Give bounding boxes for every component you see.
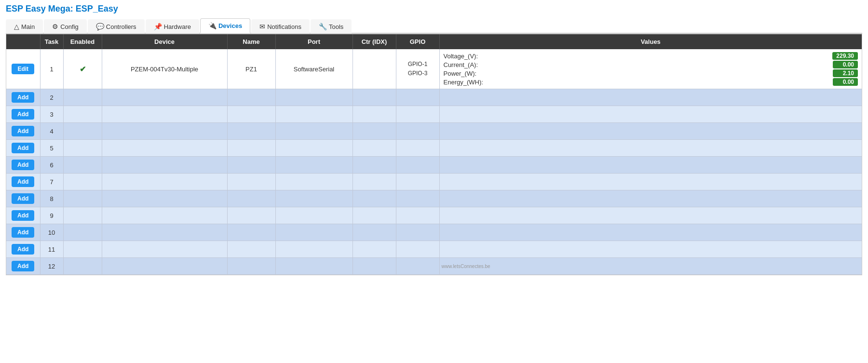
main-icon: △ (14, 23, 19, 30)
table-row: Add 10 (6, 224, 862, 241)
row1-gpio-cell: GPIO-1GPIO-3 (396, 49, 439, 89)
table-row: Add 4 (6, 123, 862, 140)
nav-item-main[interactable]: △ Main (6, 19, 43, 33)
add-button-11[interactable]: Add (12, 244, 34, 255)
value-row-voltage: Voltage_(V): 229.30 (444, 52, 858, 60)
add-button-9[interactable]: Add (12, 210, 34, 221)
nav-label-config: Config (60, 23, 79, 30)
nav-label-notifications: Notifications (267, 23, 301, 30)
navigation: △ Main ⚙ Config 💬 Controllers 📌 Hardware… (6, 18, 862, 34)
current-label: Current_(A): (444, 61, 478, 68)
row1-port-cell: SoftwareSerial (275, 49, 353, 89)
nav-item-tools[interactable]: 🔧 Tools (311, 19, 352, 33)
current-value: 0.00 (833, 61, 858, 68)
power-label: Power_(W): (444, 70, 477, 77)
power-value: 2.10 (833, 69, 858, 77)
table-row: Add 6 (6, 157, 862, 174)
value-row-current: Current_(A): 0.00 (444, 61, 858, 68)
row1-name-cell: PZ1 (227, 49, 275, 89)
add-button-4[interactable]: Add (12, 126, 34, 136)
voltage-value: 229.30 (832, 52, 858, 60)
nav-label-controllers: Controllers (106, 23, 136, 30)
table-row: Add 3 (6, 106, 862, 123)
devices-table-container: Task Enabled Device Name Port Ctr (IDX) … (6, 34, 862, 275)
row1-task-cell: 1 (40, 49, 63, 89)
col-header-action (6, 34, 40, 49)
config-icon: ⚙ (52, 23, 58, 30)
table-row: Add 7 (6, 174, 862, 190)
col-header-task: Task (40, 34, 63, 49)
row1-ctr-cell (353, 49, 396, 89)
col-header-port: Port (275, 34, 353, 49)
col-header-ctr: Ctr (IDX) (353, 34, 396, 49)
value-row-energy: Energy_(WH): 0.00 (444, 78, 858, 86)
table-row: Add 11 (6, 241, 862, 258)
nav-label-tools: Tools (329, 23, 343, 30)
devices-icon: 🔌 (208, 22, 217, 29)
enabled-check-icon: ✔ (80, 65, 86, 73)
col-header-values: Values (439, 34, 862, 49)
col-header-name: Name (227, 34, 275, 49)
nav-label-hardware: Hardware (164, 23, 191, 30)
value-row-power: Power_(W): 2.10 (444, 69, 858, 77)
add-button-8[interactable]: Add (12, 193, 34, 204)
add-button-12[interactable]: Add (12, 261, 34, 271)
energy-label: Energy_(WH): (444, 79, 483, 86)
table-row: Add 5 (6, 140, 862, 157)
table-row: Add 12 www.letsConnectes.be (6, 258, 862, 275)
voltage-label: Voltage_(V): (444, 53, 478, 60)
nav-item-config[interactable]: ⚙ Config (44, 19, 87, 33)
nav-label-main: Main (21, 23, 35, 30)
col-header-gpio: GPIO (396, 34, 439, 49)
page-title: ESP Easy Mega: ESP_Easy (6, 4, 862, 14)
col-header-enabled: Enabled (63, 34, 102, 49)
nav-item-hardware[interactable]: 📌 Hardware (146, 19, 199, 33)
nav-label-devices: Devices (218, 22, 242, 29)
table-row: Edit 1 ✔ PZEM-004Tv30-Multiple PZ1 Softw… (6, 49, 862, 89)
row1-device-cell: PZEM-004Tv30-Multiple (102, 49, 227, 89)
col-header-device: Device (102, 34, 227, 49)
nav-item-notifications[interactable]: ✉ Notifications (251, 19, 310, 33)
nav-item-controllers[interactable]: 💬 Controllers (88, 19, 145, 33)
add-button-10[interactable]: Add (12, 227, 34, 238)
table-row: Add 8 (6, 190, 862, 207)
add-button-5[interactable]: Add (12, 143, 34, 153)
add-button-3[interactable]: Add (12, 109, 34, 120)
add-button-7[interactable]: Add (12, 176, 34, 187)
notifications-icon: ✉ (259, 23, 265, 30)
table-row: Add 2 (6, 89, 862, 106)
controllers-icon: 💬 (96, 23, 104, 30)
hardware-icon: 📌 (154, 23, 162, 30)
row1-values-cell: Voltage_(V): 229.30 Current_(A): 0.00 Po… (439, 49, 862, 89)
nav-item-devices[interactable]: 🔌 Devices (200, 18, 250, 33)
tools-icon: 🔧 (319, 23, 327, 30)
devices-table: Task Enabled Device Name Port Ctr (IDX) … (6, 34, 862, 275)
energy-value: 0.00 (833, 78, 858, 86)
add-button-6[interactable]: Add (12, 160, 34, 170)
edit-button-1[interactable]: Edit (12, 64, 34, 74)
table-row: Add 9 (6, 207, 862, 224)
add-button-2[interactable]: Add (12, 92, 34, 103)
row1-enabled-cell: ✔ (63, 49, 102, 89)
row1-action-cell: Edit (6, 49, 40, 89)
